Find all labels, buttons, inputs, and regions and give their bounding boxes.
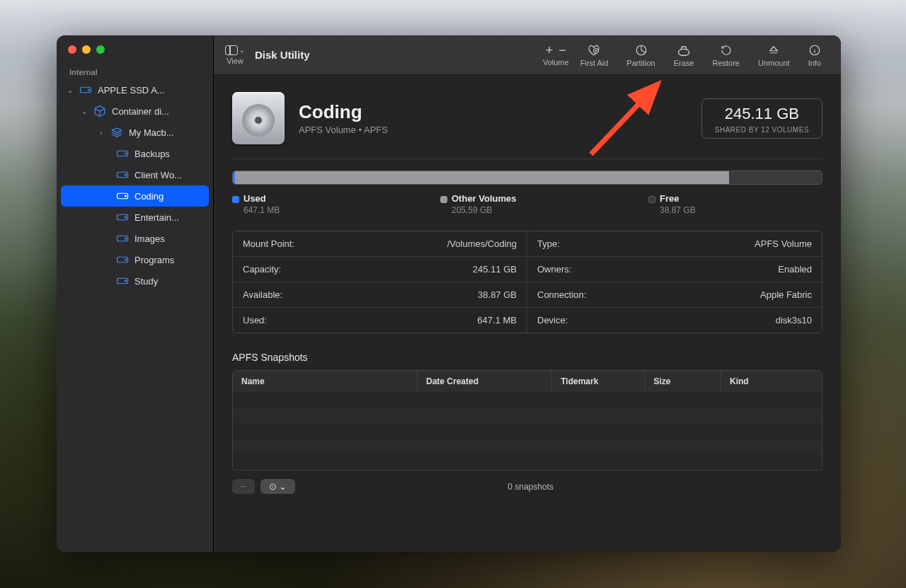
volume-subtitle: APFS Volume • APFS [299,125,388,135]
col-kind[interactable]: Kind [721,371,822,392]
snapshot-remove-button[interactable]: − [232,479,255,494]
snapshot-more-button[interactable]: ⊙ ⌄ [260,479,296,494]
info-cell: Mount Point:/Volumes/Coding [233,231,527,257]
sidebar-item-study[interactable]: Study [61,270,209,292]
view-button[interactable]: ⌄ View [225,45,245,65]
sidebar: Internal ⌄APPLE SSD A...⌄Container di...… [57,35,214,552]
svg-point-1 [88,89,90,91]
info-icon [808,43,821,57]
zoom-button[interactable] [96,45,105,54]
volume-icon [116,234,129,243]
svg-point-3 [125,153,127,154]
usage-other-segment [235,171,728,184]
info-value: 245.11 GB [473,264,517,275]
col-date-created[interactable]: Date Created [418,371,552,392]
usage-legend: Used 647.1 MB Other Volumes 205.59 GB Fr… [232,193,822,215]
info-value: 38.87 GB [478,289,517,300]
restore-button[interactable]: Restore [705,43,747,67]
stack-icon [110,127,123,137]
info-key: Capacity: [243,264,281,275]
col-tidemark[interactable]: Tidemark [552,371,645,392]
first-aid-button[interactable]: First Aid [573,43,616,67]
svg-point-5 [125,174,127,175]
window-controls [57,35,213,59]
unmount-button[interactable]: Unmount [751,43,797,67]
volume-icon [116,212,129,222]
chevron-icon[interactable]: ⌄ [67,86,74,94]
sidebar-item-label: Entertain... [134,212,203,223]
sidebar-section-label: Internal [57,59,213,79]
snapshot-count: 0 snapshots [301,482,760,492]
disk-icon [79,85,92,95]
info-grid: Mount Point:/Volumes/CodingType:APFS Vol… [232,231,822,333]
sidebar-item-container-di-[interactable]: ⌄Container di... [61,100,209,122]
sidebar-item-label: Backups [134,149,203,159]
info-key: Used: [243,315,267,325]
col-size[interactable]: Size [645,371,721,392]
volume-icon [116,149,129,158]
sidebar-item-coding[interactable]: Coding [61,185,209,207]
info-value: Apple Fabric [760,289,812,300]
volume-icon [116,170,129,180]
info-key: Available: [243,289,282,300]
volume-icon [116,276,129,286]
info-button[interactable]: Info [801,43,828,67]
close-button[interactable] [68,45,76,54]
volume-buttons[interactable]: +− Volume [543,44,569,67]
info-cell: Device:disk3s10 [527,308,822,333]
partition-icon [635,43,648,57]
minimize-button[interactable] [82,45,91,54]
container-icon [93,106,106,116]
sidebar-item-label: Client Wo... [134,170,203,180]
info-cell: Capacity:245.11 GB [233,257,527,282]
sidebar-item-label: Programs [134,255,203,265]
restore-icon [720,43,733,57]
toolbar: ⌄ View Disk Utility +− Volume First Aid … [214,35,841,75]
legend-used: Used 647.1 MB [232,193,406,215]
total-size: 245.11 GB [715,105,809,123]
sidebar-item-backups[interactable]: Backups [61,143,209,164]
erase-icon [677,43,691,57]
snapshots-header: Name Date Created Tidemark Size Kind [233,371,822,392]
volume-name: Coding [299,101,388,123]
plus-icon[interactable]: + [544,43,556,58]
info-key: Device: [537,315,568,325]
snapshots-body [233,392,822,470]
shared-by-label: SHARED BY 12 VOLUMES [715,126,809,134]
legend-free: Free 38.87 GB [648,193,822,215]
chevron-icon[interactable]: › [98,129,105,137]
info-value: /Volumes/Coding [447,238,517,249]
svg-point-9 [125,217,127,218]
info-key: Mount Point: [243,238,294,249]
sidebar-item-label: Images [134,234,203,244]
sidebar-item-apple-ssd-a-[interactable]: ⌄APPLE SSD A... [61,79,209,100]
snapshots-title: APFS Snapshots [232,352,822,363]
sidebar-item-programs[interactable]: Programs [61,249,209,270]
info-key: Connection: [537,289,586,300]
sidebar-item-entertain-[interactable]: Entertain... [61,207,209,228]
chevron-icon[interactable]: ⌄ [81,108,88,115]
unmount-icon [767,43,780,57]
info-value: disk3s10 [776,315,812,325]
usage-free-segment [729,171,822,184]
snapshots-footer: − ⊙ ⌄ 0 snapshots [232,479,822,494]
app-title: Disk Utility [255,49,310,61]
svg-point-15 [125,280,127,282]
volume-icon [116,191,129,201]
col-name[interactable]: Name [233,371,418,392]
disk-icon [232,92,285,144]
erase-button[interactable]: Erase [667,43,701,67]
info-key: Owners: [537,264,571,275]
sidebar-item-my-macb-[interactable]: ›My Macb... [61,122,209,143]
sidebar-item-images[interactable]: Images [61,228,209,249]
partition-button[interactable]: Partition [619,43,662,67]
info-cell: Connection:Apple Fabric [527,282,822,308]
usage-bar [232,171,822,185]
sidebar-item-label: Container di... [112,106,203,117]
info-value: Enabled [778,264,812,275]
size-badge: 245.11 GB SHARED BY 12 VOLUMES [701,98,822,139]
svg-point-7 [125,195,127,197]
svg-point-11 [125,238,127,239]
sidebar-item-client-wo-[interactable]: Client Wo... [61,164,209,185]
minus-icon[interactable]: − [556,43,568,58]
